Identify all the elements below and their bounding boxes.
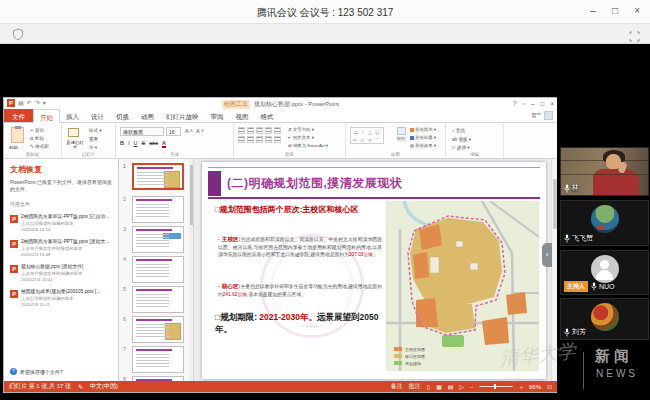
qat-dropdown-icon[interactable]: ▾ (43, 99, 46, 107)
participant-video-tile[interactable]: 主持人 NUO (560, 250, 649, 295)
slide-heading[interactable]: □规划范围包括两个层次:主校区和核心区 (215, 205, 385, 215)
font-group: 微软雅黑 16 A˄ A˅ B I U S abc A 字体 (116, 123, 234, 158)
slide-sorter-icon[interactable]: ▦ (436, 383, 442, 390)
font-size-select[interactable]: 16 (166, 127, 181, 136)
paste-label[interactable]: 粘贴 (9, 145, 18, 150)
slide-thumbnail-2[interactable]: 2 (123, 196, 184, 223)
participant-avatar (591, 303, 619, 331)
layout-button[interactable]: 版式 ▾ (89, 127, 102, 136)
tab-view[interactable]: 视图 (230, 109, 255, 122)
copy-button[interactable]: ⧉ 复制 (30, 135, 49, 143)
reading-view-icon[interactable]: ▤ (448, 383, 454, 390)
recovery-question[interactable]: ? 希望保存哪个文件? (10, 368, 63, 375)
find-button[interactable]: ⌕ 查找 (452, 127, 471, 136)
reset-button[interactable]: 重置 (89, 136, 102, 145)
zoom-out-icon[interactable]: – (470, 384, 473, 390)
tab-slideshow[interactable]: 幻灯片放映 (160, 109, 205, 122)
format-painter-button[interactable]: ✎ 格式刷 (30, 143, 49, 151)
notes-button[interactable]: 备注 (391, 382, 403, 391)
slide-bullet-core-area[interactable]: · 核心区:主要包括以教学科研和学生宿舍等功能为主的用地,建设用地总面积约241… (218, 282, 382, 298)
account-area[interactable]: 雷** (531, 109, 557, 122)
ribbon-tab-bar: 文件 开始 插入 设计 切换 动画 幻灯片放映 审阅 视图 格式 雷** (4, 109, 557, 123)
ppt-minimize-icon[interactable]: – (531, 100, 535, 107)
slide-thumbnail-7[interactable]: 7 (123, 346, 184, 373)
grow-shrink-font-buttons[interactable]: A˄ A˅ (185, 128, 205, 134)
cut-button[interactable]: ✂ 剪切 (30, 127, 49, 135)
italic-button[interactable]: I (128, 140, 130, 146)
zoom-slider[interactable] (479, 386, 513, 387)
collapse-panel-arrow[interactable]: › (542, 243, 552, 267)
shield-icon[interactable] (12, 27, 24, 45)
tab-insert[interactable]: 插入 (60, 109, 85, 122)
contextual-tools-label: 绘图工具 (222, 100, 250, 109)
shapes-gallery[interactable]: ▭ ○ △ ⬠ ⇨ ☆ ◇ ⌒ (350, 127, 384, 144)
shape-fill-button[interactable]: 形状填充 ▾ (410, 126, 436, 134)
align-text-button[interactable]: ⇤ 对齐文本 ▾ (288, 134, 328, 142)
participant-video-tile[interactable]: 飞飞蟹 (560, 200, 649, 246)
tab-file[interactable]: 文件 (4, 109, 33, 122)
bold-button[interactable]: B (120, 140, 124, 146)
text-direction-button[interactable]: ⇵ 文字方向 ▾ (288, 126, 328, 134)
paste-icon[interactable] (11, 127, 24, 143)
paragraph-buttons[interactable] (238, 127, 282, 143)
tab-review[interactable]: 审阅 (205, 109, 230, 122)
minimize-icon[interactable]: – (591, 5, 597, 17)
fit-to-window-icon[interactable]: ⊡ (547, 383, 552, 390)
slide-planning-period[interactable]: □规划期限: 2021-2030年。远景展望到2050年。 (215, 312, 391, 336)
help-icon[interactable]: ? (513, 100, 517, 107)
current-slide[interactable]: (二)明确规划范围,摸清发展现状 ~ 1911 ~ □规划范围包括两个层次:主校… (202, 162, 546, 379)
recovered-file-item[interactable]: P 2校园限高方案审议-PPT版.pptx [已自动... 上次自动保存时创建的… (10, 214, 113, 232)
slide-thumbnail-6[interactable]: 6 (123, 316, 184, 343)
close-icon[interactable]: × (634, 5, 640, 17)
redo-icon[interactable]: ↷ (35, 99, 40, 107)
replace-button[interactable]: ab 替换 ▾ (452, 136, 471, 145)
slide-title[interactable]: (二)明确规划范围,摸清发展现状 (227, 175, 402, 192)
recovered-file-item[interactable]: P 2校园限高方案审议-PPT版.pptx [原始文... 上次用户保存文件时保… (10, 239, 113, 257)
pencil-icon[interactable]: ✎ (78, 383, 83, 390)
host-badge: 主持人 (564, 281, 588, 292)
smartart-button[interactable]: ⇄ 转换为 SmartArt ▾ (288, 142, 328, 150)
shape-outline-button[interactable]: 形状轮廓 ▾ (410, 134, 436, 142)
slide-thumbnail-5[interactable]: 5 (123, 286, 184, 313)
slide-thumbnail-3[interactable]: 3 (123, 226, 184, 253)
slideshow-icon[interactable]: ▷ (459, 383, 464, 390)
tab-design[interactable]: 设计 (85, 109, 110, 122)
new-slide-icon[interactable] (68, 128, 79, 137)
undo-icon[interactable]: ↶ (27, 99, 32, 107)
strikethrough-button[interactable]: S (142, 140, 146, 146)
font-color-button[interactable]: A (162, 140, 166, 148)
ribbon-display-icon[interactable]: ▫ (522, 100, 524, 107)
meeting-titlebar: 腾讯会议 会议号 : 123 502 317 – □ × (0, 0, 650, 24)
underline-button[interactable]: U (134, 140, 138, 146)
ppt-close-icon[interactable]: × (550, 100, 554, 107)
recovered-file-item[interactable]: P 校园规划成果(规划委)200105.pptx [... 上次自动保存时创建的… (10, 289, 113, 307)
shadow-button[interactable]: abc (149, 140, 158, 146)
zoom-level[interactable]: 66% (529, 384, 541, 390)
shape-effects-button[interactable]: 形状效果 ▾ (410, 142, 436, 150)
new-slide-button[interactable]: 新建幻灯片 (65, 140, 85, 150)
maximize-icon[interactable]: □ (612, 5, 618, 17)
participant-video-tile[interactable]: 刘芳 (560, 298, 649, 340)
ppt-file-icon: P (10, 240, 18, 248)
participant-video-tile[interactable]: 林 (560, 147, 649, 196)
news-logo-cn: 新闻 (595, 347, 633, 366)
comments-button[interactable]: 批注 (409, 382, 421, 391)
language-indicator[interactable]: 中文(中国) (90, 382, 118, 391)
ppt-maximize-icon[interactable]: □ (540, 100, 544, 107)
mic-icon (591, 282, 597, 291)
normal-view-icon[interactable]: ▯ (427, 383, 430, 390)
save-icon[interactable]: ▤ (18, 99, 24, 107)
recovered-file-item[interactable]: P 规划核心数据.pptx [原始文件] 上次用户保存文件时创建的版本 2020… (10, 264, 113, 282)
fill-swatch (410, 128, 414, 132)
tab-home[interactable]: 开始 (33, 109, 60, 123)
zoom-in-icon[interactable]: + (519, 384, 523, 390)
thumbnail-scrollbar[interactable] (189, 159, 193, 381)
slide-thumbnail-1[interactable]: 1 (123, 163, 184, 190)
font-name-select[interactable]: 微软雅黑 (120, 127, 164, 136)
slide-thumbnail-4[interactable]: 4 (123, 256, 184, 283)
tab-format[interactable]: 格式 (255, 109, 280, 122)
slide-bullet-main-campus[interactable]: · 主校区:包括成府路和双清路以北、荷清路以东、中关村北大街和清华西路以西、校河… (218, 235, 382, 258)
slide-top-rule (208, 167, 540, 168)
tab-transitions[interactable]: 切换 (110, 109, 135, 122)
tab-animations[interactable]: 动画 (135, 109, 160, 122)
